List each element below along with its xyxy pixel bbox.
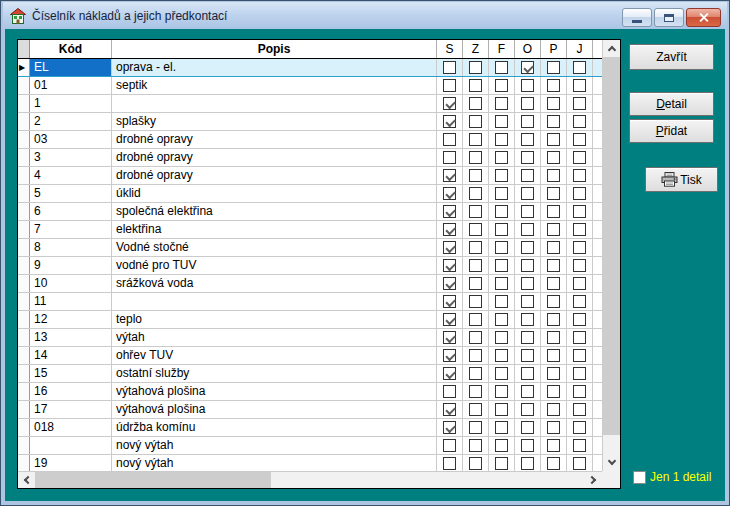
flag-checkbox-P[interactable] — [547, 313, 560, 326]
flag-checkbox-P[interactable] — [547, 277, 560, 290]
flag-checkbox-O[interactable] — [521, 115, 534, 128]
table-row[interactable]: 03drobné opravy — [18, 131, 602, 149]
cell-kod[interactable]: 3 — [30, 149, 112, 166]
cell-kod[interactable]: 8 — [30, 239, 112, 256]
add-button[interactable]: Přidat — [629, 119, 714, 143]
cell-flag-O[interactable] — [515, 113, 541, 130]
flag-checkbox-O[interactable] — [521, 385, 534, 398]
flag-checkbox-J[interactable] — [573, 241, 586, 254]
flag-checkbox-O[interactable] — [521, 97, 534, 110]
cell-flag-F[interactable] — [489, 311, 515, 328]
table-row[interactable]: 16výtahová plošina — [18, 383, 602, 401]
cell-flag-S[interactable] — [437, 383, 463, 400]
flag-checkbox-F[interactable] — [495, 277, 508, 290]
flag-checkbox-F[interactable] — [495, 61, 508, 74]
flag-checkbox-O[interactable] — [521, 169, 534, 182]
cell-flag-J[interactable] — [567, 167, 593, 184]
flag-checkbox-O[interactable] — [521, 403, 534, 416]
flag-checkbox-S[interactable] — [443, 241, 456, 254]
cell-flag-O[interactable] — [515, 401, 541, 418]
table-row[interactable]: 1 — [18, 95, 602, 113]
cell-flag-J[interactable] — [567, 365, 593, 382]
flag-checkbox-F[interactable] — [495, 151, 508, 164]
flag-checkbox-Z[interactable] — [469, 277, 482, 290]
flag-checkbox-J[interactable] — [573, 133, 586, 146]
cell-popis[interactable]: splašky — [112, 113, 437, 130]
flag-checkbox-S[interactable] — [443, 331, 456, 344]
cell-kod[interactable]: 10 — [30, 275, 112, 292]
cell-flag-Z[interactable] — [463, 383, 489, 400]
flag-checkbox-J[interactable] — [573, 223, 586, 236]
cell-flag-Z[interactable] — [463, 293, 489, 310]
cell-kod[interactable]: 1 — [30, 95, 112, 112]
cell-flag-Z[interactable] — [463, 365, 489, 382]
cell-flag-O[interactable] — [515, 239, 541, 256]
cell-flag-J[interactable] — [567, 239, 593, 256]
cell-flag-F[interactable] — [489, 95, 515, 112]
flag-checkbox-P[interactable] — [547, 223, 560, 236]
flag-checkbox-Z[interactable] — [469, 439, 482, 452]
cell-flag-F[interactable] — [489, 221, 515, 238]
flag-checkbox-O[interactable] — [521, 349, 534, 362]
cell-popis[interactable]: ohřev TUV — [112, 347, 437, 364]
cell-flag-S[interactable] — [437, 347, 463, 364]
flag-checkbox-Z[interactable] — [469, 205, 482, 218]
horizontal-scrollbar[interactable] — [18, 471, 602, 488]
cell-popis[interactable]: nový výtah — [112, 455, 437, 471]
vertical-scrollbar[interactable] — [602, 40, 620, 471]
cell-flag-P[interactable] — [541, 275, 567, 292]
flag-checkbox-O[interactable] — [521, 223, 534, 236]
cell-kod[interactable]: 16 — [30, 383, 112, 400]
cell-flag-P[interactable] — [541, 293, 567, 310]
cell-flag-S[interactable] — [437, 401, 463, 418]
cell-flag-P[interactable] — [541, 347, 567, 364]
cell-flag-J[interactable] — [567, 293, 593, 310]
cell-flag-Z[interactable] — [463, 437, 489, 454]
cell-popis[interactable] — [112, 293, 437, 310]
cell-kod[interactable]: 6 — [30, 203, 112, 220]
cell-flag-J[interactable] — [567, 383, 593, 400]
flag-checkbox-J[interactable] — [573, 421, 586, 434]
cell-flag-O[interactable] — [515, 95, 541, 112]
table-row[interactable]: 8Vodné stočné — [18, 239, 602, 257]
cell-kod[interactable]: 12 — [30, 311, 112, 328]
scroll-up-button[interactable] — [603, 40, 620, 57]
flag-checkbox-Z[interactable] — [469, 457, 482, 470]
flag-checkbox-S[interactable] — [443, 421, 456, 434]
flag-checkbox-Z[interactable] — [469, 385, 482, 398]
flag-checkbox-F[interactable] — [495, 349, 508, 362]
flag-checkbox-Z[interactable] — [469, 259, 482, 272]
flag-checkbox-F[interactable] — [495, 385, 508, 398]
flag-checkbox-O[interactable] — [521, 133, 534, 146]
flag-checkbox-Z[interactable] — [469, 187, 482, 200]
flag-checkbox-S[interactable] — [443, 439, 456, 452]
cell-flag-J[interactable] — [567, 221, 593, 238]
cell-flag-O[interactable] — [515, 131, 541, 148]
cell-flag-S[interactable] — [437, 185, 463, 202]
cell-popis[interactable]: drobné opravy — [112, 167, 437, 184]
flag-checkbox-O[interactable] — [521, 367, 534, 380]
flag-checkbox-S[interactable] — [443, 223, 456, 236]
cell-kod[interactable]: EL — [30, 59, 112, 76]
flag-checkbox-F[interactable] — [495, 403, 508, 416]
flag-checkbox-S[interactable] — [443, 205, 456, 218]
jen-1-detail-checkbox[interactable] — [633, 471, 646, 484]
cell-flag-J[interactable] — [567, 113, 593, 130]
cell-flag-J[interactable] — [567, 59, 593, 76]
flag-checkbox-S[interactable] — [443, 115, 456, 128]
cell-popis[interactable]: údržba komínu — [112, 419, 437, 436]
table-row[interactable]: 5úklid — [18, 185, 602, 203]
flag-checkbox-Z[interactable] — [469, 169, 482, 182]
flag-checkbox-O[interactable] — [521, 61, 534, 74]
flag-checkbox-S[interactable] — [443, 187, 456, 200]
table-row[interactable]: 10srážková voda — [18, 275, 602, 293]
flag-checkbox-O[interactable] — [521, 295, 534, 308]
cell-flag-S[interactable] — [437, 455, 463, 471]
flag-checkbox-O[interactable] — [521, 151, 534, 164]
cell-flag-Z[interactable] — [463, 203, 489, 220]
cell-flag-P[interactable] — [541, 437, 567, 454]
flag-checkbox-F[interactable] — [495, 133, 508, 146]
flag-checkbox-O[interactable] — [521, 259, 534, 272]
cell-popis[interactable]: Vodné stočné — [112, 239, 437, 256]
cell-flag-P[interactable] — [541, 365, 567, 382]
